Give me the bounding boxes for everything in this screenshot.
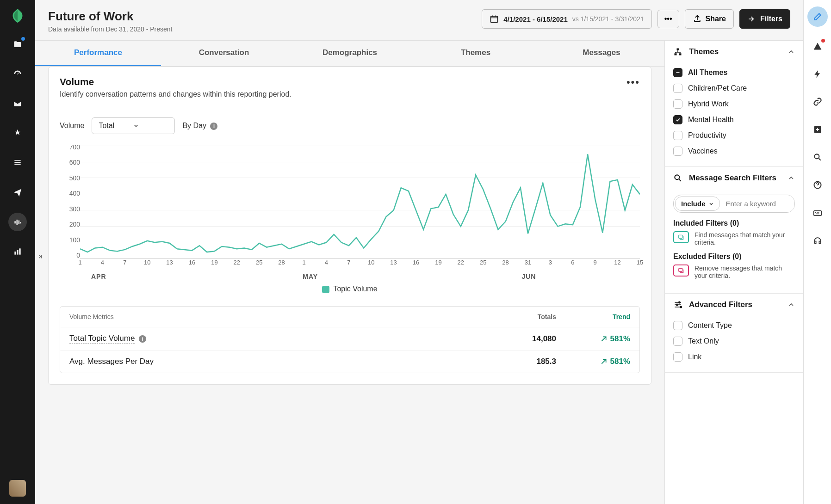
tab-performance[interactable]: Performance [35, 41, 161, 66]
info-icon[interactable]: i [210, 123, 217, 130]
chevron-up-icon [788, 174, 795, 182]
chevron-up-icon [788, 48, 795, 55]
help-button[interactable] [809, 177, 826, 193]
search-icon [813, 153, 822, 162]
themes-section-toggle[interactable]: Themes [665, 41, 803, 63]
volume-line-chart: 0100200300400500600700 14710131619222528… [60, 143, 640, 273]
compose-icon [813, 12, 822, 21]
theme-row[interactable]: Children/Pet Care [673, 80, 795, 96]
checkbox [673, 321, 682, 330]
tab-themes[interactable]: Themes [413, 41, 539, 66]
share-button[interactable]: Share [685, 9, 734, 29]
advanced-filters-toggle[interactable]: Advanced Filters [665, 294, 803, 316]
svg-rect-6 [19, 248, 20, 254]
more-options-button[interactable]: ••• [657, 10, 679, 28]
exclude-icon [673, 264, 689, 277]
volume-control-label: Volume [60, 122, 84, 130]
keyboard-icon [813, 208, 822, 217]
theme-label: Productivity [688, 131, 726, 140]
checkbox [673, 147, 682, 156]
chevron-down-icon [708, 201, 714, 207]
link-icon [813, 97, 822, 106]
metrics-row: Avg. Messages Per Day185.3581% [60, 350, 639, 373]
left-nav-rail [0, 0, 35, 504]
svg-point-16 [680, 306, 682, 307]
theme-label: Children/Pet Care [688, 84, 747, 92]
user-avatar[interactable] [9, 480, 26, 497]
svg-rect-12 [679, 235, 682, 238]
message-filters-toggle[interactable]: Message Search Filters [665, 167, 803, 189]
svg-rect-13 [679, 268, 682, 271]
filters-button[interactable]: Filters [739, 9, 790, 29]
link-button[interactable] [809, 93, 826, 110]
alerts-button[interactable] [809, 38, 826, 55]
theme-row[interactable]: Productivity [673, 128, 795, 143]
ellipsis-icon: ••• [664, 15, 672, 23]
nav-send[interactable] [8, 183, 27, 202]
svg-point-11 [675, 175, 679, 179]
theme-row[interactable]: Vaccines [673, 143, 795, 159]
bolt-button[interactable] [809, 66, 826, 82]
add-button[interactable] [809, 121, 826, 138]
svg-rect-9 [675, 53, 677, 55]
nav-folder[interactable] [8, 35, 27, 54]
search-button[interactable] [809, 149, 826, 166]
advanced-row[interactable]: Link [673, 349, 795, 365]
volume-type-select[interactable]: Total [92, 117, 175, 134]
nav-dashboard[interactable] [8, 65, 27, 83]
filters-sidebar: Themes All Themes Children/Pet CareHybri… [664, 41, 803, 504]
svg-rect-5 [17, 250, 18, 255]
notification-dot [21, 37, 25, 41]
metrics-header-label: Volume Metrics [69, 313, 482, 320]
theme-label: Mental Health [688, 116, 734, 124]
nav-reports[interactable] [8, 242, 27, 261]
checkbox [673, 352, 682, 362]
tab-messages[interactable]: Messages [539, 41, 664, 66]
keyword-input[interactable] [721, 195, 795, 212]
advanced-row[interactable]: Text Only [673, 333, 795, 349]
checkbox [673, 99, 682, 109]
headset-icon [813, 236, 822, 245]
app-logo [9, 7, 26, 24]
theme-row[interactable]: Hybrid Work [673, 96, 795, 112]
all-themes-row[interactable]: All Themes [673, 65, 795, 80]
keyword-filter-input-row: Include [673, 195, 795, 213]
checkbox [673, 131, 682, 140]
hierarchy-icon [673, 47, 682, 56]
help-icon [813, 180, 822, 190]
nav-listening[interactable] [8, 213, 27, 231]
svg-rect-3 [20, 222, 21, 223]
nav-inbox[interactable] [8, 94, 27, 113]
filter-mode-select[interactable]: Include [675, 197, 720, 211]
report-tabs: Performance Conversation Demographics Th… [35, 41, 664, 67]
card-menu-button[interactable]: ••• [626, 76, 640, 88]
calendar-icon [490, 14, 499, 24]
theme-row[interactable]: Mental Health [673, 112, 795, 128]
date-range-picker[interactable]: 4/1/2021 - 6/15/2021 vs 1/15/2021 - 3/31… [482, 9, 651, 29]
alert-icon [813, 42, 822, 51]
theme-label: Vaccines [688, 147, 718, 155]
support-button[interactable] [809, 232, 826, 249]
svg-rect-2 [19, 221, 20, 224]
nav-feed[interactable] [8, 154, 27, 172]
svg-rect-4 [14, 252, 16, 255]
info-icon[interactable]: i [139, 335, 146, 343]
svg-point-18 [814, 154, 819, 159]
legend-swatch [322, 286, 329, 293]
advanced-row[interactable]: Content Type [673, 318, 795, 333]
volume-metrics-table: Volume Metrics Totals Trend Total Topic … [60, 306, 640, 373]
advanced-label: Text Only [688, 337, 719, 345]
search-icon [673, 173, 682, 183]
volume-card: Volume Identify conversation patterns an… [48, 67, 651, 385]
tab-conversation[interactable]: Conversation [161, 41, 287, 66]
granularity-label: By Day i [182, 122, 217, 130]
expand-nav-handle[interactable] [35, 252, 44, 261]
excluded-filters-label: Excluded Filters (0) [673, 252, 795, 261]
include-icon [673, 231, 689, 243]
compose-button[interactable] [807, 6, 828, 27]
nav-pins[interactable] [8, 124, 27, 142]
page-title: Future of Work [48, 9, 172, 24]
tab-demographics[interactable]: Demographics [287, 41, 413, 66]
keyboard-button[interactable] [809, 204, 826, 221]
chart-legend: Topic Volume [60, 280, 640, 302]
